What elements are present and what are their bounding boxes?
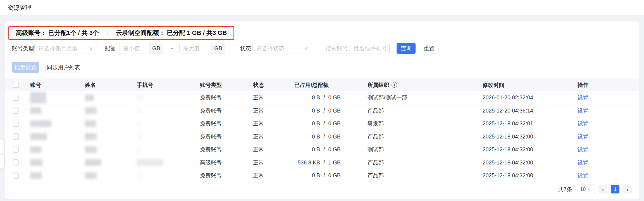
redacted-name-value	[85, 120, 96, 127]
row-checkbox[interactable]	[13, 107, 19, 114]
quota-total-value: 1 GB	[328, 159, 340, 166]
row-checkbox[interactable]	[13, 121, 19, 127]
sync-user-list-button[interactable]: 同步用户列表	[46, 62, 81, 73]
redacted-account-value	[30, 159, 42, 166]
status-value: 正常	[253, 94, 294, 101]
account-type-select[interactable]: 请选择账号类型 ∨	[34, 43, 97, 54]
quota-used-value: 0 B	[294, 107, 320, 114]
quota-banner-divider	[107, 30, 108, 36]
chevron-left-icon: ‹	[602, 186, 604, 193]
status-value: 正常	[253, 159, 294, 166]
redacted-phone-value	[137, 120, 142, 127]
toolbar-row: 批量设置 同步用户列表	[5, 62, 639, 73]
quota-separator: /	[323, 133, 325, 140]
redacted-phone-value	[137, 146, 142, 153]
quota-label: 配额	[104, 43, 116, 54]
col-header-name: 姓名	[85, 81, 137, 89]
settings-link[interactable]: 设置	[578, 133, 588, 140]
quota-max-group: GB	[179, 43, 225, 54]
redacted-name-value	[85, 107, 97, 114]
settings-link[interactable]: 设置	[578, 107, 588, 114]
page-number-1[interactable]: 1	[611, 185, 619, 193]
col-header-quota: 已占用/总配额	[294, 81, 368, 89]
batch-set-button[interactable]: 批量设置	[12, 62, 39, 73]
col-header-account: 账号	[30, 81, 85, 89]
settings-link[interactable]: 设置	[578, 120, 588, 127]
account-type-value: 免费账号	[200, 146, 253, 153]
col-header-action: 操作	[578, 81, 639, 89]
settings-link[interactable]: 设置	[578, 94, 588, 101]
settings-link[interactable]: 设置	[578, 146, 588, 153]
org-value: 测试部/测试一部	[368, 94, 483, 101]
next-page-button[interactable]: ›	[623, 185, 632, 193]
redacted-name-value	[85, 133, 97, 140]
prev-page-button[interactable]: ‹	[599, 185, 607, 193]
page-title: 资源管理	[8, 0, 31, 15]
table-row: 免费账号 正常 0 B / 0 GB 产品部 2025-12-20 04:36:…	[5, 104, 639, 118]
row-checkbox[interactable]	[13, 95, 19, 101]
info-icon[interactable]: i	[392, 82, 397, 88]
chevron-right-icon: ›	[627, 186, 629, 193]
modified-time-value: 2025-12-18 04:32:00	[483, 159, 578, 166]
modified-time-value: 2025-12-20 04:36:14	[483, 107, 578, 114]
collapse-sidebar-handle[interactable]: ‹	[0, 139, 4, 168]
redacted-account-value	[30, 92, 46, 103]
quota-total-value: 0 GB	[328, 172, 340, 179]
org-value: 测试部	[368, 146, 483, 153]
redacted-phone-value	[137, 172, 142, 179]
modified-time-value: 2025-12-18 04:32:00	[483, 172, 578, 179]
settings-link[interactable]: 设置	[578, 159, 588, 166]
redacted-name-value	[85, 94, 94, 101]
select-all-checkbox[interactable]	[13, 82, 19, 88]
redacted-account-value	[30, 146, 41, 153]
quota-used-value: 0 B	[294, 120, 320, 127]
modified-time-value: 2025-12-18 04:32:00	[483, 133, 578, 140]
reset-button[interactable]: 重置	[420, 43, 438, 54]
row-checkbox[interactable]	[13, 173, 19, 179]
content-card: 高级账号： 已分配1个 / 共 3个 云录制空间配额： 已分配 1 GB / 共…	[5, 21, 639, 199]
pagination: 共7条 10 ∨ ‹ 1 ›	[558, 185, 632, 194]
row-checkbox[interactable]	[13, 147, 19, 153]
row-checkbox[interactable]	[13, 159, 19, 166]
account-type-value: 免费账号	[200, 172, 253, 179]
quota-used-value: 0 B	[294, 94, 320, 101]
quota-max-input[interactable]	[180, 43, 211, 54]
col-header-time: 修改时间	[483, 81, 578, 89]
quota-summary-banner: 高级账号： 已分配1个 / 共 3个 云录制空间配额： 已分配 1 GB / 共…	[8, 26, 234, 40]
redacted-name-value	[85, 159, 101, 166]
table-row: 免费账号 正常 0 B / 0 GB 研发部 2025-12-18 04:32:…	[5, 117, 639, 130]
search-input[interactable]	[326, 45, 386, 52]
settings-link[interactable]: 设置	[578, 172, 588, 179]
quota-used-value: 0 B	[294, 146, 320, 153]
account-type-value: 免费账号	[200, 120, 253, 127]
table-row: 免费账号 正常 0 B / 0 GB 测试部 2025-12-18 04:32:…	[5, 143, 639, 156]
top-bar: 资源管理	[0, 0, 644, 15]
modified-time-value: 2026-01-20 02:32:04	[483, 94, 578, 101]
org-value: 研发部	[368, 120, 483, 127]
status-placeholder: 请选择状态	[256, 45, 302, 52]
redacted-phone-value	[137, 159, 163, 166]
account-type-label: 账号类型	[12, 43, 34, 54]
redacted-phone-value	[137, 107, 142, 114]
status-value: 正常	[253, 107, 294, 114]
table-row: 高级账号 正常 536.8 KB / 1 GB 产品部 2025-12-18 0…	[5, 156, 639, 169]
table-body: 免费账号 正常 0 B / 0 GB 测试部/测试一部 2026-01-20 0…	[5, 91, 639, 182]
premium-account-quota: 高级账号： 已分配1个 / 共 3个	[16, 29, 99, 37]
chevron-down-icon: ∨	[587, 187, 591, 192]
quota-separator: /	[323, 94, 325, 101]
account-type-placeholder: 请选择账号类型	[39, 45, 87, 52]
query-button[interactable]: 查询	[397, 43, 416, 54]
table-row: 免费账号 正常 0 B / 0 GB 产品部 2025-12-18 04:32:…	[5, 169, 639, 182]
accounts-table: 账号 姓名 手机号 账号类型 状态 已占用/总配额 所属组织 i 修改时间 操作…	[5, 78, 639, 182]
row-checkbox[interactable]	[13, 133, 19, 140]
quota-range-separator: -	[171, 43, 173, 54]
table-row: 免费账号 正常 0 B / 0 GB 测试部/测试一部 2026-01-20 0…	[5, 91, 639, 104]
status-select[interactable]: 请选择状态 ∨	[252, 43, 312, 54]
page-size-value: 10	[580, 186, 586, 192]
quota-total-value: 0 GB	[328, 120, 340, 127]
modified-time-value: 2025-12-18 04:32:01	[483, 120, 578, 127]
org-value: 产品部	[368, 107, 483, 114]
page-size-select[interactable]: 10 ∨	[576, 185, 595, 194]
quota-min-input[interactable]	[120, 43, 149, 54]
account-type-value: 免费账号	[200, 107, 253, 114]
